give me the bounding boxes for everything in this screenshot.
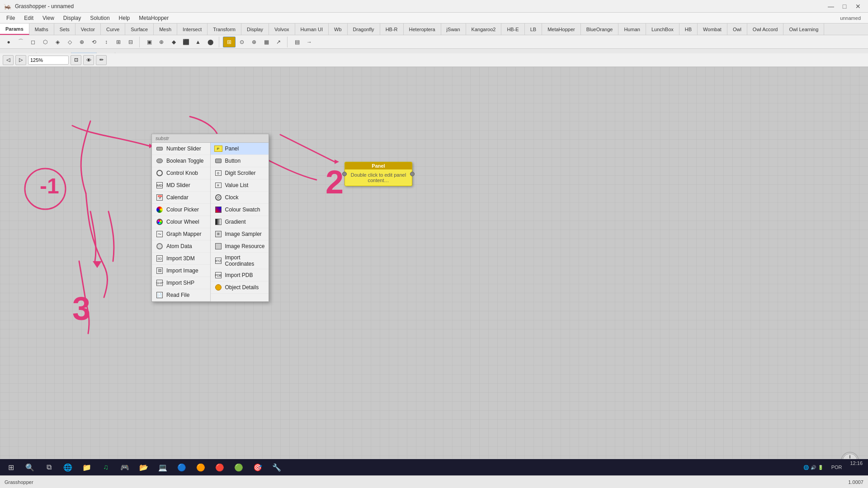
panel-output-connector[interactable] xyxy=(410,172,415,176)
menu-metahopper[interactable]: MetaHopper xyxy=(134,13,173,23)
tray-icon-3[interactable]: 🔋 xyxy=(818,465,823,470)
app-button-8[interactable]: 🎯 xyxy=(249,460,267,474)
app-button-4[interactable]: 🔵 xyxy=(173,460,191,474)
app-button-3[interactable]: 💻 xyxy=(154,460,172,474)
app-button-7[interactable]: 🟢 xyxy=(230,460,248,474)
menu-item-colour-wheel[interactable]: Colour Wheel xyxy=(152,216,210,228)
app-button-5[interactable]: 🟠 xyxy=(192,460,210,474)
tool-group[interactable]: ⊞ xyxy=(113,37,124,47)
panel-node-content[interactable]: Double click to edit panel content… xyxy=(345,169,412,186)
menu-item-digit-scroller[interactable]: 0 Digit Scroller xyxy=(211,167,269,179)
menu-item-image-resource[interactable]: Image Resource xyxy=(211,240,269,253)
panel-input-connector[interactable] xyxy=(342,172,347,176)
spotify-button[interactable]: ♫ xyxy=(97,460,115,474)
menu-item-panel[interactable]: P Panel xyxy=(211,143,269,155)
menu-solution[interactable]: Solution xyxy=(85,13,114,23)
language-indicator[interactable]: POR xyxy=(828,460,846,474)
menu-item-read-file[interactable]: 📄 Read File xyxy=(152,289,210,301)
tab-human[interactable]: Human xyxy=(618,23,646,35)
menu-help[interactable]: Help xyxy=(114,13,135,23)
zoom-input[interactable] xyxy=(28,56,69,65)
menu-edit[interactable]: Edit xyxy=(19,13,38,23)
tab-mesh[interactable]: Mesh xyxy=(154,23,177,35)
tool-prim2[interactable]: ⊕ xyxy=(156,37,167,47)
menu-item-image-sampler[interactable]: ⊞ Image Sampler xyxy=(211,228,269,240)
menu-item-import-pdb[interactable]: PDB Import PDB xyxy=(211,269,269,282)
tab-params[interactable]: Params xyxy=(0,23,29,35)
tab-transform[interactable]: Transform xyxy=(208,23,241,35)
tab-heteroptera[interactable]: Heteroptera xyxy=(404,23,441,35)
draw-mode[interactable]: ✏ xyxy=(96,55,107,65)
tool-mesh-param[interactable]: ⬡ xyxy=(39,37,51,47)
menu-item-atom-data[interactable]: Atom Data xyxy=(152,240,210,253)
menu-item-graph-mapper[interactable]: 〜 Graph Mapper xyxy=(152,228,210,240)
tab-wombat[interactable]: Wombat xyxy=(698,23,727,35)
tab-surface[interactable]: Surface xyxy=(125,23,154,35)
tab-owlaccord[interactable]: Owl Accord xyxy=(747,23,784,35)
menu-item-calendar[interactable]: 📅 Calendar xyxy=(152,192,210,204)
menu-item-control-knob[interactable]: Control Knob xyxy=(152,167,210,179)
menu-item-md-slider[interactable]: MD MD Slider xyxy=(152,179,210,192)
menu-file[interactable]: File xyxy=(2,13,19,23)
tool-input3[interactable]: ⊕ xyxy=(248,37,260,47)
tool-input4[interactable]: ▦ xyxy=(260,37,272,47)
search-button[interactable]: 🔍 xyxy=(21,460,39,474)
nav-forward[interactable]: ▷ xyxy=(15,55,26,65)
menu-item-import-image[interactable]: 🖼 Import Image xyxy=(152,265,210,277)
start-button[interactable]: ⊞ xyxy=(2,460,20,474)
menu-view[interactable]: View xyxy=(38,13,59,23)
minimize-button[interactable]: — xyxy=(825,1,837,12)
tab-hbr[interactable]: HB-R xyxy=(380,23,404,35)
menu-item-import-3dm[interactable]: 3D Import 3DM xyxy=(152,253,210,265)
tool-transform2[interactable]: ↕ xyxy=(100,37,112,47)
edge-button[interactable]: 🌐 xyxy=(59,460,77,474)
tray-icon-2[interactable]: 🔊 xyxy=(811,465,816,470)
menu-item-import-shp[interactable]: SHP Import SHP xyxy=(152,277,210,289)
tool-input2[interactable]: ⊙ xyxy=(236,37,248,47)
tab-intersect[interactable]: Intersect xyxy=(177,23,208,35)
tab-jswan[interactable]: jSwan xyxy=(441,23,466,35)
menu-item-object-details[interactable]: Object Details xyxy=(211,282,269,294)
tool-transform1[interactable]: ⟲ xyxy=(88,37,100,47)
tray-icon-1[interactable]: 🌐 xyxy=(803,465,809,470)
menu-item-colour-swatch[interactable]: Colour Swatch xyxy=(211,204,269,216)
tool-prim6[interactable]: ⬤ xyxy=(204,37,216,47)
tool-ui2[interactable]: → xyxy=(303,37,315,47)
tab-vector[interactable]: Vector xyxy=(75,23,101,35)
tab-lunchbox[interactable]: LunchBox xyxy=(646,23,679,35)
tab-kangaroo2[interactable]: Kangaroo2 xyxy=(466,23,502,35)
tab-blueorange[interactable]: BlueOrange xyxy=(581,23,619,35)
tool-input-active[interactable]: ⊞ xyxy=(223,37,236,47)
tool-prim5[interactable]: ▲ xyxy=(192,37,204,47)
tool-prim3[interactable]: ◆ xyxy=(168,37,179,47)
close-button[interactable]: ✕ xyxy=(852,1,864,12)
tool-brep[interactable]: ◈ xyxy=(52,37,63,47)
tab-display[interactable]: Display xyxy=(241,23,269,35)
menu-item-clock[interactable]: ⏱ Clock xyxy=(211,192,269,204)
menu-item-import-coordinates[interactable]: XYZ Import Coordinates xyxy=(211,253,269,269)
menu-item-boolean-toggle[interactable]: Boolean Toggle xyxy=(152,155,210,167)
app-button-9[interactable]: 🔧 xyxy=(268,460,286,474)
app-button-1[interactable]: 🎮 xyxy=(116,460,134,474)
tool-point[interactable]: ● xyxy=(3,37,14,47)
nav-back[interactable]: ◁ xyxy=(3,55,14,65)
tool-surface-param[interactable]: ◻ xyxy=(27,37,39,47)
tool-geo[interactable]: ◇ xyxy=(64,37,75,47)
clock[interactable]: 12:16 xyxy=(846,460,866,474)
tab-sets[interactable]: Sets xyxy=(54,23,75,35)
tool-field[interactable]: ⊕ xyxy=(76,37,88,47)
tab-hbe[interactable]: HB-E xyxy=(501,23,524,35)
menu-item-button[interactable]: Button xyxy=(211,155,269,167)
tab-maths[interactable]: Maths xyxy=(29,23,54,35)
tool-prim4[interactable]: ⬛ xyxy=(180,37,192,47)
maximize-button[interactable]: □ xyxy=(838,1,851,12)
menu-item-value-list[interactable]: ≡ Value List xyxy=(211,179,269,192)
explorer-button[interactable]: 📁 xyxy=(78,460,96,474)
view-options[interactable]: 👁 xyxy=(83,55,94,65)
tool-cluster[interactable]: ⊟ xyxy=(125,37,137,47)
fit-view[interactable]: ⊡ xyxy=(71,55,81,65)
tab-volvox[interactable]: Volvox xyxy=(269,23,295,35)
tab-dragonfly[interactable]: Dragonfly xyxy=(348,23,380,35)
tab-hb[interactable]: HB xyxy=(679,23,698,35)
tool-curve-param[interactable]: ⌒ xyxy=(15,37,27,47)
